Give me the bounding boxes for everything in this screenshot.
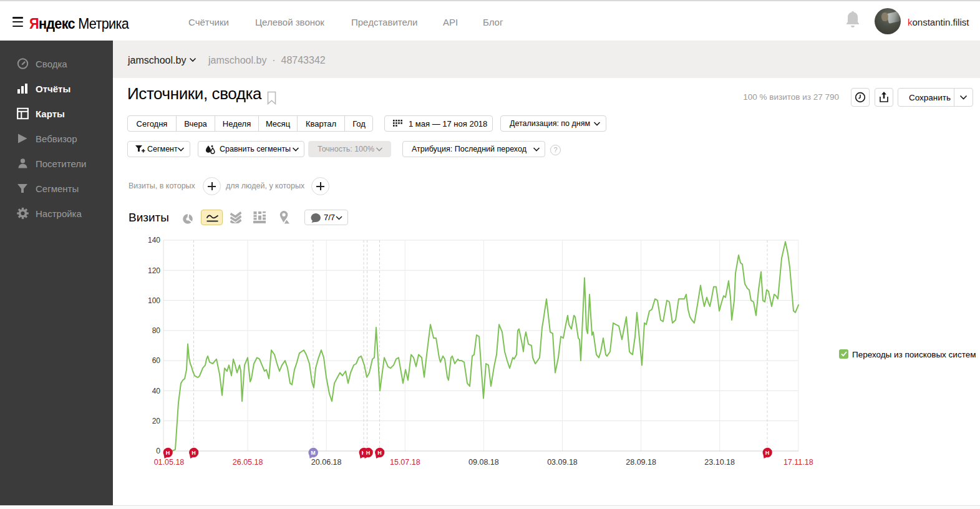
svg-text:01.05.18: 01.05.18: [154, 458, 185, 467]
svg-text:28.09.18: 28.09.18: [626, 458, 656, 467]
svg-text:15.07.18: 15.07.18: [390, 458, 420, 467]
svg-text:Н: Н: [166, 450, 170, 456]
svg-text:140: 140: [148, 236, 160, 245]
svg-text:М: М: [311, 450, 316, 456]
svg-text:17.11.18: 17.11.18: [784, 458, 813, 467]
svg-text:26.05.18: 26.05.18: [233, 458, 263, 467]
svg-text:20.06.18: 20.06.18: [311, 458, 342, 467]
svg-text:40: 40: [152, 387, 161, 395]
svg-text:09.08.18: 09.08.18: [468, 458, 499, 467]
svg-text:80: 80: [152, 326, 161, 335]
svg-text:20: 20: [152, 417, 161, 425]
svg-text:120: 120: [148, 266, 160, 275]
svg-text:Н: Н: [192, 450, 196, 456]
svg-text:60: 60: [152, 356, 161, 365]
svg-text:23.10.18: 23.10.18: [704, 458, 735, 467]
svg-text:Н: Н: [765, 450, 770, 456]
svg-text:0: 0: [156, 447, 160, 455]
svg-text:03.09.18: 03.09.18: [547, 458, 578, 467]
svg-text:Н: Н: [377, 450, 382, 456]
svg-text:Н: Н: [366, 450, 371, 456]
svg-text:100: 100: [148, 296, 160, 305]
